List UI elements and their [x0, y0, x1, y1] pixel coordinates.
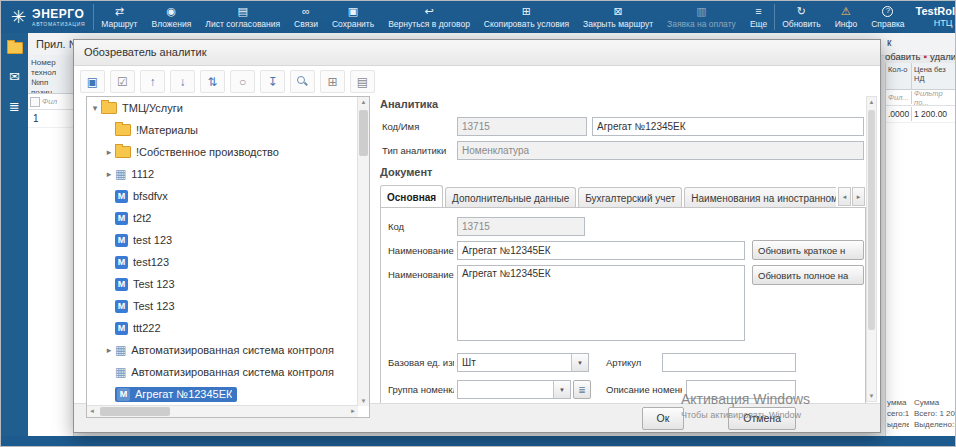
scroll-down-arrow[interactable]: ▼ [358, 398, 369, 404]
tree-item[interactable]: ▾ ТМЦ/Услуги [87, 97, 369, 119]
combo-dropdown-icon[interactable]: ▼ [571, 354, 588, 371]
cancel-button[interactable]: Отмена [728, 407, 796, 430]
add-button-fragment[interactable]: обавить [885, 51, 920, 62]
expand-all-icon[interactable]: ↑ [140, 70, 165, 93]
tab-additional-data[interactable]: Дополнительные данные [445, 187, 576, 208]
caret-down-icon[interactable]: ▾ [89, 103, 101, 113]
tab-accounting[interactable]: Бухгалтерский учет [578, 187, 682, 208]
caret-right-icon[interactable]: ▸ [103, 169, 115, 179]
logo-star-icon: ✳ [11, 8, 26, 26]
toolbar-item-more[interactable]: ≡ Еще [750, 5, 767, 29]
sidebar-mail-icon[interactable]: ✉ [9, 70, 20, 84]
copy-icon[interactable]: ⊞ [320, 70, 345, 93]
scrollbar-thumb[interactable] [359, 110, 368, 156]
search-icon[interactable] [290, 70, 315, 93]
summary-text: Выделено:1 2 [914, 419, 956, 430]
toolbar-item-save[interactable]: ▣ Сохранить [332, 5, 374, 29]
tree-item-label: ТМЦ/Услуги [122, 102, 183, 114]
sidebar-list-icon[interactable]: ≣ [9, 100, 20, 114]
left-sidebar: ✉ ≣ [1, 33, 28, 436]
toolbar-label: Справка [871, 19, 904, 29]
toolbar-item-links[interactable]: ∞ Связи [294, 5, 318, 29]
scrollbar-thumb[interactable] [100, 407, 170, 416]
nomenclature-group-combo[interactable]: ▼ [457, 380, 571, 399]
tree-item[interactable]: bfsdfvx [87, 185, 369, 207]
tree-selected-node[interactable]: Агрегат №12345ЕК [115, 387, 237, 402]
analytics-name-field[interactable] [592, 117, 864, 136]
tree-item[interactable]: ▸ !Собственное производство [87, 141, 369, 163]
toolbar-item-info[interactable]: ⚠ Инфо [835, 5, 858, 29]
article-field[interactable] [662, 353, 796, 372]
toolbar-item-attachments[interactable]: ◉ Вложения [152, 5, 192, 29]
toolbar-item-help[interactable]: ? Справка [871, 6, 904, 29]
toolbar-label: Обновить [782, 19, 821, 29]
tree-item[interactable]: ttt222 [87, 317, 369, 339]
group-icon: ▦ [115, 344, 126, 357]
tree-item[interactable]: Test 123 [87, 273, 369, 295]
toolbar-item-close-route[interactable]: ⊠ Закрыть маршрут [583, 5, 653, 29]
tree-item-label: ttt222 [133, 322, 161, 334]
short-name-field[interactable] [457, 241, 745, 260]
tab-scroll-left-icon[interactable]: ◂ [838, 187, 851, 206]
checklist-icon[interactable]: ☑ [110, 70, 135, 93]
delete-button-fragment[interactable]: удалит [930, 51, 956, 62]
document-tabs: Основная Дополнительные данные Бухгалтер… [380, 185, 836, 208]
filter-input[interactable]: Фил [42, 97, 57, 106]
scroll-up-arrow[interactable]: ▲ [358, 99, 369, 105]
scroll-down-arrow[interactable]: ▼ [867, 393, 876, 399]
combo-dropdown-icon[interactable]: ▼ [553, 381, 570, 398]
collapse-all-icon[interactable]: ↓ [170, 70, 195, 93]
paste-icon[interactable]: ▤ [350, 70, 375, 93]
caret-right-icon[interactable]: ▸ [103, 345, 115, 355]
scrollbar-thumb[interactable] [868, 110, 875, 330]
grid-summary: умма сего:1.1 ыделен Сумма Всего: 1 200.… [887, 397, 956, 430]
tree-item[interactable]: t2t2 [87, 207, 369, 229]
tab-main[interactable]: Основная [380, 185, 443, 208]
full-name-label: Наименование по... [388, 269, 454, 280]
toolbar-item-copy-conditions[interactable]: ⊞ Скопировать условия [484, 5, 569, 29]
description-field[interactable] [686, 380, 796, 399]
folder-icon [101, 102, 117, 114]
table-row[interactable]: .0000 1 200.00 [886, 106, 956, 123]
group-tree-picker-button[interactable]: ≣ [573, 380, 591, 399]
full-name-field[interactable]: Агрегат №12345ЕК [457, 265, 745, 341]
background-table-right: Кол-о Цена без НД Фил... Фильтр по... .0… [885, 63, 956, 436]
toolbar-item-approval-sheet[interactable]: ▤ Лист согласования [205, 5, 280, 29]
top-toolbar: ✳ ЭНЕРГО АВТОМАТИЗАЦИЯ ⇄ Маршрут ◉ Вложе… [1, 1, 956, 33]
tab-foreign-names[interactable]: Наименования на иностранном языке [684, 187, 836, 208]
base-unit-combo[interactable]: Шт ▼ [457, 353, 589, 372]
update-full-name-button[interactable]: Обновить полное на [752, 265, 864, 285]
section-title-document: Документ [380, 166, 432, 178]
tree-item[interactable]: ▸ ▦ 1112 [87, 163, 369, 185]
refresh-icon[interactable]: ○ [230, 70, 255, 93]
toolbar-label: Сохранить [332, 19, 374, 29]
save-icon[interactable]: ▣ [80, 70, 105, 93]
tree-item[interactable]: test123 [87, 251, 369, 273]
sort-icon[interactable]: ⇅ [200, 70, 225, 93]
update-short-name-button[interactable]: Обновить краткое н [752, 240, 864, 260]
tab-scroll-right-icon[interactable]: ▸ [852, 187, 865, 206]
scroll-right-arrow[interactable]: ► [350, 406, 356, 417]
caret-right-icon[interactable]: ▸ [103, 147, 115, 157]
toolbar-item-route[interactable]: ⇄ Маршрут [101, 5, 137, 29]
scroll-up-arrow[interactable]: ▲ [867, 99, 876, 105]
ok-button[interactable]: Ок [642, 407, 685, 430]
import-icon[interactable]: ↧ [260, 70, 285, 93]
tree-item-selected[interactable]: Агрегат №12345ЕК [87, 383, 369, 405]
tree-item[interactable]: test 123 [87, 229, 369, 251]
toolbar-label: Инфо [835, 19, 858, 29]
filter-input[interactable]: Фильтр по... [912, 87, 956, 109]
dialog-title-bar[interactable]: Обозреватель аналитик [74, 40, 880, 66]
tree-item[interactable]: Test 123 [87, 295, 369, 317]
toolbar-item-refresh[interactable]: ↻ Обновить [782, 5, 821, 29]
panel-vertical-scrollbar: ▲ ▼ [866, 96, 877, 402]
tree-item[interactable]: !Материалы [87, 119, 369, 141]
filter-input[interactable]: Фил... [886, 91, 912, 104]
tree-item[interactable]: ▸ ▦ Автоматизированная система контроля [87, 339, 369, 361]
table-row[interactable]: 1 [28, 110, 73, 128]
scroll-left-arrow[interactable]: ◄ [89, 406, 95, 417]
filter-checkbox[interactable] [30, 97, 40, 107]
toolbar-item-return-to-contract[interactable]: ↩ Вернуться в договор [388, 5, 470, 29]
tree-item[interactable]: ▦ Автоматизированная система контроля [87, 361, 369, 383]
sidebar-folder-icon[interactable] [7, 42, 23, 54]
